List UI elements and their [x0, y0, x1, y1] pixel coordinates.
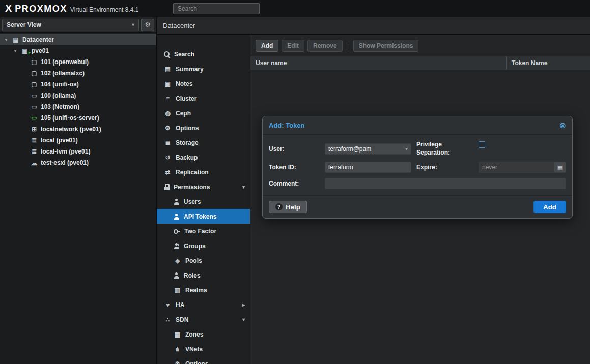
node-icon: ▣: [21, 48, 29, 54]
tree-item-label: local-lvm (pve01): [41, 148, 90, 155]
privilege-separation-checkbox[interactable]: [479, 141, 485, 148]
token-id-input[interactable]: [325, 162, 411, 173]
comment-input[interactable]: [325, 178, 566, 189]
tree-item-101-openwebui[interactable]: ▢101 (openwebui): [0, 56, 156, 68]
menu-item-search[interactable]: Search: [157, 47, 250, 62]
dialog-footer: ? Help Add: [263, 195, 572, 218]
ha-icon: ♥: [164, 301, 172, 309]
content-header: Datacenter: [157, 17, 590, 35]
calendar-icon: ▦: [557, 164, 563, 170]
chevron-down-icon: ▾: [242, 317, 246, 322]
tree-item-datacenter[interactable]: ▾▤Datacenter: [0, 34, 156, 45]
lxc-icon: ▢: [30, 59, 38, 65]
menu-item-label: Groups: [184, 242, 246, 250]
ceph-icon: ◍: [164, 110, 172, 117]
menu-item-options[interactable]: ⚙Options: [157, 120, 250, 135]
user-select-value: terraform@pam: [328, 145, 371, 153]
role-icon: [174, 272, 180, 279]
menu-item-roles[interactable]: Roles: [157, 268, 250, 283]
menu-item-label: Pools: [185, 257, 246, 264]
menu-item-label: Summary: [176, 66, 246, 73]
cluster-icon: ≡: [164, 95, 172, 102]
user-label: User:: [269, 145, 320, 153]
help-icon: ?: [275, 203, 283, 210]
tree-item-test-esxi-pve01[interactable]: ☁test-esxi (pve01): [0, 157, 156, 168]
menu-item-api-tokens[interactable]: API Tokens: [157, 209, 250, 224]
tree-item-label: Datacenter: [22, 36, 54, 43]
menu-item-summary[interactable]: ▤Summary: [157, 62, 250, 76]
vm-icon: ▭: [30, 104, 38, 110]
vm-running-icon: ▭: [30, 115, 38, 121]
menu-item-storage[interactable]: ≣Storage: [157, 135, 250, 150]
menu-item-realms[interactable]: ▥Realms: [157, 283, 250, 297]
menu-item-cluster[interactable]: ≡Cluster: [157, 91, 250, 106]
toolbar-separator: [348, 42, 348, 50]
tree-item-local-pve01[interactable]: ≣local (pve01): [0, 135, 156, 146]
chevron-down-icon: ▾: [242, 184, 246, 190]
expire-input[interactable]: [479, 162, 554, 173]
tree-item-104-unifi-os[interactable]: ▢104 (unifi-os): [0, 79, 156, 90]
menu-item-sdn[interactable]: ∴SDN▾: [157, 312, 250, 327]
menu-item-label: Permissions: [174, 184, 238, 191]
help-button[interactable]: ? Help: [269, 201, 307, 213]
tree-item-pve01[interactable]: ▾▣pve01: [0, 45, 156, 56]
privilege-separation-field: [479, 141, 566, 149]
menu-item-replication[interactable]: ⇄Replication: [157, 165, 250, 179]
network-icon: ⊞: [30, 126, 38, 132]
column-header-user-name[interactable]: User name: [250, 56, 507, 70]
menu-item-options[interactable]: ⚙Options: [157, 356, 250, 364]
chevron-down-icon: ▾: [132, 22, 134, 27]
menu-item-zones[interactable]: ▦Zones: [157, 327, 250, 342]
calendar-button[interactable]: ▦: [554, 162, 566, 173]
tree-item-localnetwork-pve01[interactable]: ⊞localnetwork (pve01): [0, 124, 156, 135]
vm-icon: ▭: [30, 93, 38, 99]
global-search-input[interactable]: [173, 3, 260, 14]
menu-item-label: Storage: [176, 139, 246, 146]
storage-icon: ≣: [30, 148, 38, 155]
menu-item-ha[interactable]: ♥HA▸: [157, 297, 250, 312]
chevron-right-icon: ▸: [242, 302, 246, 308]
tree-item-label: 100 (ollama): [41, 92, 76, 99]
menu-item-users[interactable]: Users: [157, 194, 250, 209]
proxmox-logo-icon: X: [5, 3, 12, 13]
menu-item-ceph[interactable]: ◍Ceph: [157, 106, 250, 120]
tree-item-105-unifi-os-server[interactable]: ▭105 (unifi-os-server): [0, 112, 156, 124]
lxc-icon: ▢: [30, 70, 38, 76]
add-button[interactable]: Add: [256, 40, 278, 52]
dialog-header: Add: Token ⊗: [263, 116, 572, 135]
tree-item-label: 103 (Netmon): [41, 103, 79, 110]
menu-item-pools[interactable]: ◈Pools: [157, 253, 250, 268]
show-permissions-button[interactable]: Show Permissions: [353, 40, 419, 52]
menu-item-permissions[interactable]: Permissions▾: [157, 179, 250, 194]
column-header-token-name[interactable]: Token Name: [507, 56, 552, 70]
api-token-icon: [174, 214, 180, 220]
user-select[interactable]: terraform@pam ▾: [325, 143, 411, 155]
remove-button[interactable]: Remove: [307, 40, 343, 52]
edit-button[interactable]: Edit: [282, 40, 304, 52]
add-button[interactable]: Add: [533, 201, 566, 213]
tree-settings-button[interactable]: ⚙: [141, 19, 154, 31]
server-view-select[interactable]: Server View ▾: [2, 19, 139, 31]
options-icon: ⚙: [174, 360, 181, 364]
resource-tree: ▾▤Datacenter▾▣pve01▢101 (openwebui)▢102 …: [0, 33, 156, 168]
realms-icon: ▥: [174, 287, 181, 294]
menu-item-backup[interactable]: ↺Backup: [157, 150, 250, 165]
tree-item-103-netmon[interactable]: ▭103 (Netmon): [0, 101, 156, 112]
tree-item-102-ollamalxc[interactable]: ▢102 (ollamalxc): [0, 68, 156, 79]
lxc-icon: ▢: [30, 81, 38, 87]
menu-item-groups[interactable]: Groups: [157, 238, 250, 253]
tree-item-label: 105 (unifi-os-server): [41, 114, 99, 122]
tree-item-label: pve01: [32, 47, 49, 54]
close-icon[interactable]: ⊗: [559, 122, 566, 130]
menu-item-two-factor[interactable]: Two Factor: [157, 224, 250, 238]
group-icon: [174, 243, 180, 249]
pools-icon: ◈: [174, 257, 181, 264]
tree-item-local-lvm-pve01[interactable]: ≣local-lvm (pve01): [0, 146, 156, 157]
menu-item-notes[interactable]: ▣Notes: [157, 76, 250, 91]
zones-icon: ▦: [174, 331, 181, 338]
menu-item-label: Options: [176, 125, 246, 132]
search-icon: [164, 51, 170, 57]
menu-item-vnets[interactable]: ⋔VNets: [157, 342, 250, 356]
tree-item-100-ollama[interactable]: ▭100 (ollama): [0, 90, 156, 101]
caret-down-icon: ▾: [12, 48, 18, 53]
